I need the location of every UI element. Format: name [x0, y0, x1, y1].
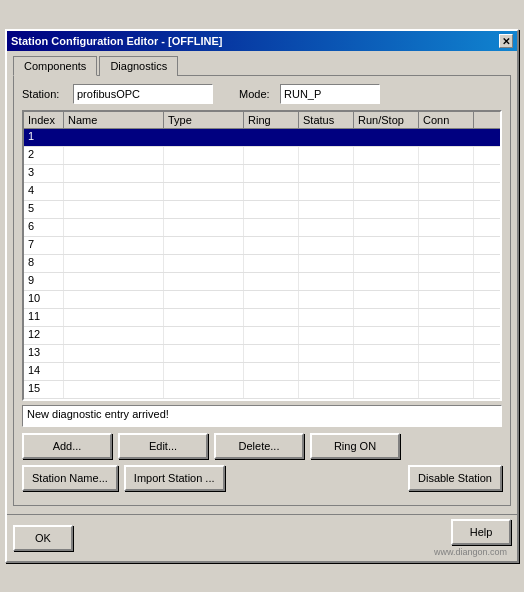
table-row[interactable]: 14	[24, 363, 500, 381]
bottom-bar: OK Help www.diangon.com	[7, 514, 517, 561]
col-ring: Ring	[244, 112, 299, 128]
table-row[interactable]: 4	[24, 183, 500, 201]
ok-button[interactable]: OK	[13, 525, 73, 551]
cell-runstop	[354, 129, 419, 146]
title-bar: Station Configuration Editor - [OFFLINE]…	[7, 31, 517, 51]
edit-button[interactable]: Edit...	[118, 433, 208, 459]
grid-body-container: 1 2 3 4 5 6	[24, 129, 500, 399]
tab-components[interactable]: Components	[13, 56, 97, 76]
table-row[interactable]: 1	[24, 129, 500, 147]
add-button[interactable]: Add...	[22, 433, 112, 459]
cell-type	[164, 129, 244, 146]
status-bar: New diagnostic entry arrived!	[22, 405, 502, 427]
button-row-2: Station Name... Import Station ... Disab…	[22, 465, 502, 491]
table-row[interactable]: 2	[24, 147, 500, 165]
tab-bar: Components Diagnostics	[13, 55, 511, 75]
table-row[interactable]: 8	[24, 255, 500, 273]
table-row[interactable]: 15	[24, 381, 500, 399]
cell-status	[299, 129, 354, 146]
watermark: www.diangon.com	[434, 545, 511, 557]
import-station-button[interactable]: Import Station ...	[124, 465, 225, 491]
cell-conn	[419, 129, 474, 146]
grid-header: Index Name Type Ring Status Run/Stop Con…	[24, 112, 500, 129]
table-row[interactable]: 12	[24, 327, 500, 345]
table-row[interactable]: 5	[24, 201, 500, 219]
window-title: Station Configuration Editor - [OFFLINE]	[11, 35, 222, 47]
station-name-button[interactable]: Station Name...	[22, 465, 118, 491]
table-row[interactable]: 9	[24, 273, 500, 291]
disable-station-button[interactable]: Disable Station	[408, 465, 502, 491]
col-name: Name	[64, 112, 164, 128]
main-window: Station Configuration Editor - [OFFLINE]…	[5, 29, 519, 563]
tab-diagnostics[interactable]: Diagnostics	[99, 56, 178, 76]
cell-ring	[244, 129, 299, 146]
station-mode-row: Station: Mode:	[22, 84, 502, 104]
col-runstop: Run/Stop	[354, 112, 419, 128]
col-status: Status	[299, 112, 354, 128]
station-label: Station:	[22, 88, 67, 100]
close-button[interactable]: ✕	[499, 34, 513, 48]
mode-input[interactable]	[280, 84, 380, 104]
table-row[interactable]: 7	[24, 237, 500, 255]
col-type: Type	[164, 112, 244, 128]
col-index: Index	[24, 112, 64, 128]
station-input[interactable]	[73, 84, 213, 104]
table-row[interactable]: 10	[24, 291, 500, 309]
button-row-1: Add... Edit... Delete... Ring ON	[22, 433, 502, 459]
cell-name	[64, 129, 164, 146]
cell-index: 1	[24, 129, 64, 146]
ring-on-button[interactable]: Ring ON	[310, 433, 400, 459]
table-row[interactable]: 13	[24, 345, 500, 363]
mode-label: Mode:	[239, 88, 274, 100]
table-row[interactable]: 11	[24, 309, 500, 327]
tab-content-area: Station: Mode: Index Name Type Ring Stat…	[13, 75, 511, 506]
help-button[interactable]: Help	[451, 519, 511, 545]
table-row[interactable]: 6	[24, 219, 500, 237]
window-content: Components Diagnostics Station: Mode: In…	[7, 51, 517, 512]
col-conn: Conn	[419, 112, 474, 128]
delete-button[interactable]: Delete...	[214, 433, 304, 459]
components-grid: Index Name Type Ring Status Run/Stop Con…	[22, 110, 502, 401]
grid-body[interactable]: 1 2 3 4 5 6	[24, 129, 500, 399]
table-row[interactable]: 3	[24, 165, 500, 183]
